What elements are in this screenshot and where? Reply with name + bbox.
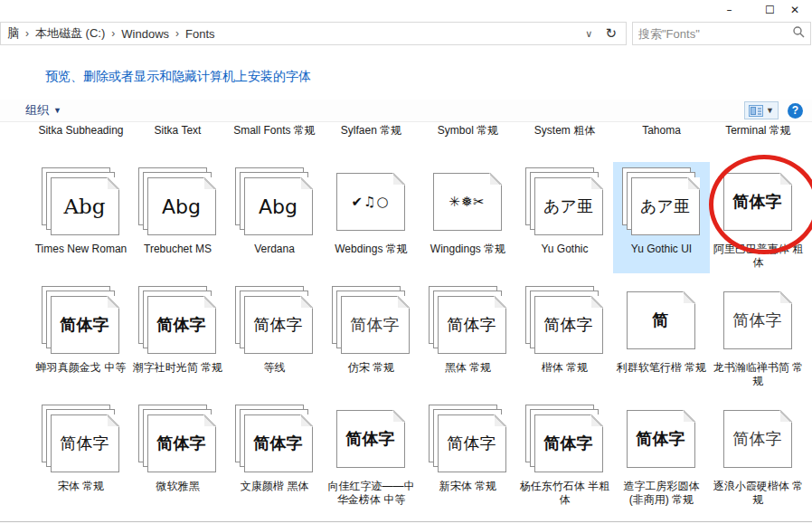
address-bar[interactable]: 脑 本地磁盘 (C:) Windows Fonts ∨ ↻	[0, 22, 627, 45]
search-icon[interactable]	[792, 25, 805, 42]
font-stack-icon: 简体字	[332, 286, 411, 356]
font-label-partial[interactable]: Small Fonts 常规	[226, 124, 323, 155]
font-grid-row: 简体字 宋体 常规 简体字 微软雅黑 简体字 文康颜楷 黑体	[33, 399, 812, 510]
help-icon[interactable]: ?	[788, 103, 803, 119]
font-label: 等线	[264, 361, 286, 375]
font-label: 潮字社时光简 常规	[133, 361, 222, 375]
breadcrumb-separator-icon[interactable]	[22, 27, 33, 40]
font-item[interactable]: 简体字 潮字社时光简 常规	[129, 281, 226, 392]
font-label-partial[interactable]: Sitka Text	[129, 124, 226, 155]
font-item[interactable]: 简体字 蝉羽真颜金戈 中等	[33, 281, 129, 392]
breadcrumb-separator-icon[interactable]	[172, 27, 183, 40]
font-label-partial[interactable]: Sylfaen 常规	[323, 124, 420, 155]
font-stack-icon: 简体字	[235, 405, 315, 474]
font-item[interactable]: あア亜 Yu Gothic UI	[613, 162, 710, 273]
refresh-icon[interactable]: ↻	[600, 25, 622, 42]
organize-button[interactable]: 组织 ▼	[25, 102, 61, 119]
font-label: Yu Gothic UI	[631, 243, 692, 256]
font-label: Trebuchet MS	[144, 243, 212, 256]
font-label-partial[interactable]: Symbol 常规	[420, 124, 516, 155]
font-preview-text: 简体字	[439, 297, 505, 353]
font-stack-icon: 简体字	[719, 286, 798, 356]
font-label: 阿里巴巴普惠体 粗体	[712, 243, 805, 270]
font-stack-icon: Abg	[42, 167, 121, 237]
view-mode-button[interactable]: ▼	[744, 101, 779, 119]
font-item[interactable]: 简体字 杨任东竹石体 半粗体	[516, 399, 613, 510]
font-grid-row: 简体字 蝉羽真颜金戈 中等 简体字 潮字社时光简 常规 简体字 等线	[33, 281, 812, 392]
font-preview-text: Abg	[148, 178, 215, 234]
font-label-partial[interactable]: Tahoma	[613, 124, 710, 155]
search-box[interactable]	[632, 22, 811, 45]
font-item[interactable]: あア亜 Yu Gothic	[516, 162, 613, 273]
font-item[interactable]: Abg Trebuchet MS	[129, 162, 226, 273]
font-stack-icon: 简体字	[525, 405, 605, 474]
font-label: 向佳红字迹——中华金榜体 中等	[325, 480, 418, 507]
font-item[interactable]: Abg Times New Roman	[33, 162, 129, 273]
font-preview-text: 简体字	[724, 292, 791, 348]
breadcrumb-item-this-pc[interactable]: 脑	[5, 25, 22, 42]
font-label-partial[interactable]: Terminal 常规	[710, 124, 807, 155]
font-label: 杨任东竹石体 半粗体	[518, 480, 611, 507]
font-stack-icon: 简体字	[42, 286, 121, 356]
font-item[interactable]: 简体字 新宋体 常规	[420, 399, 516, 510]
font-preview-text: 简体字	[724, 411, 791, 467]
font-page-front: 简体字	[534, 296, 603, 354]
font-label: 仿宋 常规	[348, 361, 394, 375]
minimize-button[interactable]: –	[709, 0, 750, 20]
font-grid-partial-row: Sitka SubheadingSitka TextSmall Fonts 常规…	[33, 124, 812, 155]
font-label: 蝉羽真颜金戈 中等	[36, 361, 126, 375]
font-stack-icon: Abg	[235, 167, 315, 237]
page-heading: 预览、删除或者显示和隐藏计算机上安装的字体	[45, 69, 812, 85]
font-item[interactable]: 简体字 仿宋 常规	[323, 281, 420, 392]
search-input[interactable]	[638, 27, 788, 41]
font-stack-icon: 简体字	[332, 405, 411, 474]
font-item[interactable]: Abg Verdana	[226, 162, 323, 273]
font-item[interactable]: 简体字 微软雅黑	[129, 399, 226, 510]
font-preview-text: 简体字	[535, 415, 602, 472]
address-dropdown-icon[interactable]: ∨	[578, 28, 600, 40]
font-preview-text: 简体字	[148, 415, 215, 472]
font-item[interactable]: ✔♫○ Webdings 常规	[323, 162, 420, 273]
window-bottom-divider	[0, 521, 812, 522]
font-page-front: 简体字	[438, 296, 506, 354]
font-label-partial[interactable]: System 粗体	[516, 124, 613, 155]
chevron-down-icon: ▼	[766, 106, 774, 115]
close-button[interactable]: ✕	[790, 0, 812, 20]
font-item[interactable]: 简体字 阿里巴巴普惠体 粗体	[710, 162, 807, 273]
font-item[interactable]: ✳❅✂ Wingdings 常规	[420, 162, 516, 273]
font-item[interactable]: 简体字 等线	[226, 281, 323, 392]
font-item[interactable]: 简体字 龙书瀚临禅书简 常规	[710, 281, 807, 392]
font-stack-icon: ✔♫○	[332, 167, 411, 237]
font-item[interactable]: 简体字 文康颜楷 黑体	[226, 399, 323, 510]
font-stack-icon: 简体字	[429, 405, 508, 474]
breadcrumb-item-windows[interactable]: Windows	[118, 27, 172, 41]
maximize-button[interactable]: ☐	[750, 0, 790, 20]
breadcrumb-separator-icon[interactable]	[108, 27, 118, 40]
font-preview-text: ✳❅✂	[434, 174, 501, 230]
font-stack-icon: 简体字	[42, 405, 121, 474]
font-item[interactable]: 简体字 向佳红字迹——中华金榜体 中等	[323, 399, 420, 510]
breadcrumb-item-local-disk[interactable]: 本地磁盘 (C:)	[33, 25, 108, 42]
font-preview-text: Abg	[245, 178, 312, 234]
font-label-partial[interactable]: Sitka Subheading	[33, 124, 129, 155]
font-stack-icon: 简体字	[138, 286, 218, 356]
font-page-front: 简	[627, 291, 695, 349]
font-preview-text: 简体字	[52, 415, 118, 472]
font-item[interactable]: 简体字 宋体 常规	[33, 399, 129, 510]
font-label: Yu Gothic	[541, 243, 588, 256]
font-item[interactable]: 简体字 黑体 常规	[420, 281, 516, 392]
breadcrumb-item-fonts[interactable]: Fonts	[183, 27, 218, 41]
font-page-front: 简体字	[336, 410, 405, 468]
font-label: 楷体 常规	[542, 361, 588, 375]
font-page-front: 简体字	[147, 414, 216, 472]
font-label: 造字工房彩圆体 (非商用) 常规	[615, 480, 708, 507]
font-item[interactable]: 简 利群软笔行楷 常规	[613, 281, 710, 392]
font-item[interactable]: 简体字 造字工房彩圆体 (非商用) 常规	[613, 399, 710, 510]
font-preview-text: 简体字	[724, 174, 791, 230]
font-preview-text: 简体字	[148, 297, 215, 353]
font-label: 利群软笔行楷 常规	[617, 361, 706, 375]
font-item[interactable]: 简体字 楷体 常规	[516, 281, 613, 392]
font-label: 新宋体 常规	[439, 480, 496, 493]
font-page-front: 简体字	[627, 410, 695, 468]
font-item[interactable]: 简体字 逐浪小霞硬楷体 常规	[710, 399, 807, 510]
